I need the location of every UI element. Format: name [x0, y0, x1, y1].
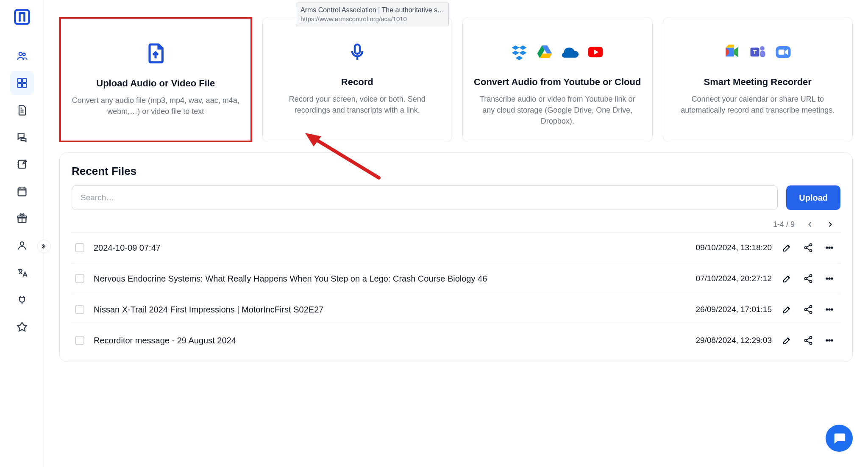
file-date: 07/10/2024, 20:27:12: [666, 274, 772, 283]
pagination-prev-button[interactable]: [805, 219, 815, 229]
svg-point-2: [22, 53, 25, 55]
svg-rect-0: [15, 10, 29, 24]
google-meet-icon: [723, 43, 741, 61]
svg-point-44: [829, 340, 830, 341]
share-icon[interactable]: [802, 304, 814, 315]
card-meeting-title: Smart Meeting Recorder: [704, 77, 812, 88]
pagination-next-button[interactable]: [825, 219, 835, 229]
pagination: 1-4 / 9: [72, 215, 840, 232]
file-row[interactable]: 2024-10-09 07:47 09/10/2024, 13:18:20: [72, 232, 840, 263]
more-icon[interactable]: [823, 304, 835, 315]
edit-icon[interactable]: [781, 242, 793, 254]
edit-icon[interactable]: [781, 334, 793, 346]
share-icon[interactable]: [802, 242, 814, 254]
svg-point-33: [831, 278, 833, 279]
svg-rect-4: [22, 79, 26, 83]
search-input[interactable]: [72, 185, 778, 210]
svg-point-45: [831, 340, 833, 341]
file-date: 26/09/2024, 17:01:15: [666, 305, 772, 314]
svg-point-26: [829, 247, 830, 249]
more-icon[interactable]: [823, 334, 835, 346]
meeting-services-icons: T: [723, 35, 792, 69]
google-drive-icon: [536, 43, 554, 61]
file-row[interactable]: Nissan X-Trail 2024 First Impressions | …: [72, 294, 840, 325]
edit-icon[interactable]: [781, 273, 793, 285]
card-meeting-recorder[interactable]: T Smart Meeting Recorder Connect your ca…: [663, 17, 853, 142]
cloud-services-icons: [510, 35, 604, 69]
app-logo[interactable]: [10, 5, 34, 29]
file-name: Recorditor message - 29 August 2024: [94, 336, 657, 345]
nav-premium-icon[interactable]: [10, 315, 34, 339]
svg-rect-5: [17, 83, 21, 87]
nav-calendar-icon[interactable]: [10, 180, 34, 203]
card-upload-title: Upload Audio or Video File: [96, 78, 215, 89]
tooltip-url: https://www.armscontrol.org/aca/1010: [300, 15, 444, 23]
card-record-desc: Record your screen, voice or both. Send …: [273, 94, 442, 116]
row-checkbox[interactable]: [75, 274, 84, 283]
card-cloud-convert[interactable]: Convert Audio from Youtube or Cloud Tran…: [462, 17, 653, 142]
file-list: 2024-10-09 07:47 09/10/2024, 13:18:20 Ne…: [72, 232, 840, 356]
svg-point-1: [19, 53, 22, 55]
row-checkbox[interactable]: [75, 305, 84, 314]
share-icon[interactable]: [802, 334, 814, 346]
microphone-icon: [347, 35, 367, 69]
upload-button[interactable]: Upload: [786, 185, 840, 210]
file-row[interactable]: Recorditor message - 29 August 2024 29/0…: [72, 325, 840, 356]
nav-chat-icon[interactable]: [10, 125, 34, 149]
nav-document-icon[interactable]: [10, 98, 34, 122]
file-row[interactable]: Nervous Endocrine Systems: What Really H…: [72, 263, 840, 294]
svg-rect-19: [778, 50, 784, 55]
microsoft-teams-icon: T: [749, 43, 767, 61]
file-date: 29/08/2024, 12:29:03: [666, 336, 772, 345]
nav-notebook-icon[interactable]: [10, 152, 34, 176]
card-cloud-desc: Transcribe audio or video from Youtube l…: [473, 94, 642, 127]
zoom-icon: [774, 43, 792, 61]
svg-point-38: [829, 309, 830, 310]
svg-point-31: [826, 278, 828, 279]
file-name: Nervous Endocrine Systems: What Really H…: [94, 274, 657, 284]
hover-tooltip: Arms Control Association | The authorita…: [296, 3, 449, 26]
svg-rect-12: [355, 44, 360, 54]
more-icon[interactable]: [823, 242, 835, 254]
share-icon[interactable]: [802, 273, 814, 285]
row-checkbox[interactable]: [75, 336, 84, 345]
more-icon[interactable]: [823, 273, 835, 285]
edit-icon[interactable]: [781, 304, 793, 315]
card-meeting-desc: Connect your calendar or share URL to au…: [673, 94, 843, 116]
row-checkbox[interactable]: [75, 243, 84, 252]
nav-profile-icon[interactable]: [10, 234, 34, 257]
card-upload-desc: Convert any audio file (mp3, mp4, wav, a…: [71, 95, 240, 117]
nav-integrations-icon[interactable]: [10, 288, 34, 312]
pagination-label: 1-4 / 9: [773, 220, 795, 229]
file-name: 2024-10-09 07:47: [94, 243, 657, 253]
card-record[interactable]: Record Record your screen, voice or both…: [262, 17, 453, 142]
svg-point-32: [829, 278, 830, 279]
card-upload-file[interactable]: Upload Audio or Video File Convert any a…: [59, 17, 252, 142]
nav-team-icon[interactable]: [10, 44, 34, 68]
file-date: 09/10/2024, 13:18:20: [666, 243, 772, 252]
youtube-icon: [587, 43, 604, 61]
svg-rect-6: [22, 83, 26, 87]
file-name: Nissan X-Trail 2024 First Impressions | …: [94, 305, 657, 315]
card-cloud-title: Convert Audio from Youtube or Cloud: [474, 77, 641, 88]
nav-language-icon[interactable]: [10, 261, 34, 285]
svg-rect-17: [760, 51, 765, 58]
svg-rect-3: [17, 79, 21, 83]
sidebar: [0, 0, 44, 467]
svg-point-43: [826, 340, 828, 341]
svg-point-16: [760, 46, 765, 51]
tooltip-title: Arms Control Association | The authorita…: [300, 6, 444, 15]
action-cards-row: Upload Audio or Video File Convert any a…: [59, 17, 853, 142]
svg-point-37: [826, 309, 828, 310]
search-row: Upload: [72, 185, 840, 210]
nav-dashboard-icon[interactable]: [10, 71, 34, 95]
svg-rect-8: [18, 188, 26, 196]
chat-support-button[interactable]: [826, 425, 853, 452]
main-content: Upload Audio or Video File Convert any a…: [44, 0, 868, 467]
nav-gift-icon[interactable]: [10, 207, 34, 230]
svg-point-11: [20, 242, 23, 245]
card-record-title: Record: [341, 77, 373, 88]
upload-file-icon: [144, 36, 167, 70]
svg-point-39: [831, 309, 833, 310]
svg-point-25: [826, 247, 828, 249]
